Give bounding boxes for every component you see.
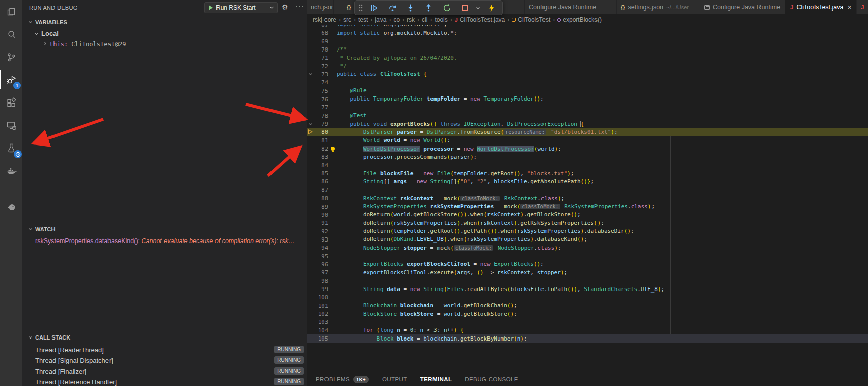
code-line-86[interactable]: 86 String[] args = new String[]{"0", "2"… bbox=[307, 177, 868, 185]
code-text: @Test bbox=[337, 112, 868, 119]
code-line-78[interactable]: 78 @Test bbox=[307, 112, 868, 120]
explorer-icon[interactable] bbox=[0, 0, 22, 23]
code-line-92[interactable]: 92 doReturn(tempFolder.getRoot().getPath… bbox=[307, 227, 868, 235]
code-line-94[interactable]: 94 NodeStopper stopper = mock(classToMoc… bbox=[307, 244, 868, 252]
breadcrumb[interactable]: rskj-core›src›test›java›co›rsk›cli›tools… bbox=[307, 14, 868, 25]
code-line-84[interactable]: 84 bbox=[307, 161, 868, 169]
code-line-105[interactable]: 105 Block block = blockchain.getBlockByN… bbox=[307, 334, 868, 343]
code-line-100[interactable]: 100 bbox=[307, 293, 868, 301]
hot-code-replace-icon[interactable] bbox=[482, 1, 500, 14]
code-line-79[interactable]: 79 public void exportBlocks() throws IOE… bbox=[307, 120, 868, 128]
gutter-margin[interactable] bbox=[307, 129, 314, 134]
gear-icon[interactable]: ⚙ bbox=[282, 3, 288, 11]
tab-configure-java-runtime[interactable]: Configure Java Runtime bbox=[525, 0, 617, 14]
watch-section-header[interactable]: WATCH bbox=[22, 224, 307, 234]
extensions-icon[interactable] bbox=[0, 91, 22, 114]
variables-section-header[interactable]: VARIABLES bbox=[22, 17, 307, 27]
call-stack-section-header[interactable]: CALL STACK bbox=[22, 332, 307, 343]
breadcrumb-item-tools[interactable]: tools bbox=[435, 16, 447, 23]
breadcrumb-item-cli[interactable]: cli bbox=[422, 16, 427, 23]
code-line-96[interactable]: 96 ExportBlocks exportBlocksCliTool = ne… bbox=[307, 260, 868, 268]
tab-nch-json[interactable]: nch.json bbox=[307, 0, 334, 14]
call-stack-thread[interactable]: Thread [Finalizer]RUNNING bbox=[22, 366, 307, 377]
gutter-margin[interactable] bbox=[307, 73, 314, 75]
code-line-72[interactable]: 72 */ bbox=[307, 62, 868, 70]
breadcrumb-item-java[interactable]: java bbox=[375, 16, 386, 23]
tab-partial[interactable]: J bbox=[857, 0, 868, 14]
code-line-70[interactable]: 70/** bbox=[307, 45, 868, 54]
search-icon[interactable] bbox=[0, 23, 22, 45]
stop-icon[interactable] bbox=[456, 1, 474, 14]
close-icon[interactable]: × bbox=[848, 3, 852, 11]
code-line-98[interactable]: 98 bbox=[307, 277, 868, 285]
code-line-99[interactable]: 99 String data = new String(Files.readAl… bbox=[307, 285, 868, 293]
tab-configure-java-runtime[interactable]: Configure Java Runtime bbox=[700, 0, 785, 14]
tab-settings-json[interactable]: {}settings.json~/.../User bbox=[617, 0, 700, 14]
code-line-77[interactable]: 77 bbox=[307, 103, 868, 111]
code-line-82[interactable]: 82 WorldDslProcessor processor = new Wor… bbox=[307, 144, 868, 153]
step-into-icon[interactable] bbox=[401, 1, 419, 14]
code-line-91[interactable]: 91 doReturn(rskSystemProperties).when(rs… bbox=[307, 219, 868, 227]
gutter: 72 bbox=[307, 62, 337, 70]
variables-scope-local[interactable]: Local bbox=[22, 28, 307, 39]
panel-tab-problems[interactable]: PROBLEMS1K+ bbox=[316, 376, 369, 383]
breadcrumb-item-clitoolstest[interactable]: CliToolsTest bbox=[512, 16, 550, 23]
fold-chevron-icon[interactable] bbox=[309, 72, 312, 75]
code-line-95[interactable]: 95 bbox=[307, 252, 868, 260]
docker-icon[interactable] bbox=[0, 159, 22, 182]
panel-tab-output[interactable]: OUTPUT bbox=[382, 376, 407, 382]
chevron-down-icon[interactable] bbox=[474, 1, 482, 14]
breadcrumb-item-exportblocks-[interactable]: exportBlocks() bbox=[557, 16, 602, 23]
panel-tab-debug-console[interactable]: DEBUG CONSOLE bbox=[465, 376, 518, 382]
watch-expression-row[interactable]: rskSystemProperties.databaseKind(): Cann… bbox=[22, 235, 307, 246]
code-line-69[interactable]: 69 bbox=[307, 37, 868, 45]
code-line-74[interactable]: 74 bbox=[307, 78, 868, 86]
code-line-93[interactable]: 93 doReturn(DbKind.LEVEL_DB).when(rskSys… bbox=[307, 235, 868, 244]
code-line-73[interactable]: 73public class CliToolsTest { bbox=[307, 70, 868, 78]
breadcrumb-item-co[interactable]: co bbox=[393, 16, 400, 23]
breadcrumb-item-clitoolstest-java[interactable]: JCliToolsTest.java bbox=[455, 16, 505, 23]
call-stack-thread[interactable]: Thread [ReaderThread]RUNNING bbox=[22, 345, 307, 355]
lightbulb-icon[interactable] bbox=[331, 147, 335, 151]
testing-icon[interactable] bbox=[0, 136, 22, 159]
code-line-101[interactable]: 101 Blockchain blockchain = world.getBlo… bbox=[307, 302, 868, 310]
code-area[interactable]: 67import static org.junit.Assert.*;68imp… bbox=[307, 0, 868, 344]
code-line-104[interactable]: 104 for (long n = 0; n < 3; n++) { bbox=[307, 326, 868, 334]
call-stack-thread[interactable]: Thread [Reference Handler]RUNNING bbox=[22, 377, 307, 386]
code-line-97[interactable]: 97 exportBlocksCliTool.execute(args, () … bbox=[307, 268, 868, 276]
code-line-88[interactable]: 88 RskContext rskContext = mock(classToM… bbox=[307, 194, 868, 202]
code-line-89[interactable]: 89 RskSystemProperties rskSystemProperti… bbox=[307, 202, 868, 210]
code-line-75[interactable]: 75 @Rule bbox=[307, 86, 868, 94]
gradle-icon[interactable] bbox=[0, 195, 22, 218]
step-over-icon[interactable] bbox=[383, 1, 401, 14]
more-actions-icon[interactable]: ··· bbox=[295, 2, 304, 10]
breadcrumb-item-rsk[interactable]: rsk bbox=[407, 16, 415, 23]
code-line-80[interactable]: 80 DslParser parser = DslParser.fromReso… bbox=[307, 128, 868, 136]
continue-icon[interactable] bbox=[365, 1, 383, 14]
code-line-81[interactable]: 81 World world = new World(); bbox=[307, 136, 868, 144]
remote-explorer-icon[interactable] bbox=[0, 114, 22, 136]
code-line-76[interactable]: 76 public TemporaryFolder tempFolder = n… bbox=[307, 95, 868, 103]
fold-chevron-icon[interactable] bbox=[309, 121, 312, 125]
breadcrumb-item-rskj-core[interactable]: rskj-core bbox=[313, 16, 336, 23]
code-line-87[interactable]: 87 bbox=[307, 186, 868, 194]
call-stack-thread[interactable]: Thread [Signal Dispatcher]RUNNING bbox=[22, 355, 307, 366]
restart-icon[interactable] bbox=[438, 1, 456, 14]
code-line-68[interactable]: 68import static org.mockito.Mockito.*; bbox=[307, 29, 868, 37]
gutter-margin[interactable] bbox=[307, 123, 314, 125]
code-line-85[interactable]: 85 File blocksFile = new File(tempFolder… bbox=[307, 169, 868, 177]
variable-this-row[interactable]: this: CliToolsTest@29 bbox=[22, 39, 307, 50]
code-line-103[interactable]: 103 bbox=[307, 318, 868, 326]
code-line-71[interactable]: 71 * Created by ajlopez on 26/04/2020. bbox=[307, 54, 868, 62]
breadcrumb-item-src[interactable]: src bbox=[343, 16, 351, 23]
source-control-icon[interactable] bbox=[0, 45, 22, 68]
panel-tab-terminal[interactable]: TERMINAL bbox=[420, 376, 452, 382]
breadcrumb-item-test[interactable]: test bbox=[358, 16, 368, 23]
run-and-debug-icon[interactable]: 1 bbox=[0, 68, 22, 91]
step-out-icon[interactable] bbox=[419, 1, 438, 14]
code-line-90[interactable]: 90 doReturn(world.getBlockStore()).when(… bbox=[307, 211, 868, 219]
run-config-button[interactable]: Run RSK Start bbox=[204, 2, 278, 13]
code-line-83[interactable]: 83 processor.processCommands(parser); bbox=[307, 153, 868, 161]
code-line-102[interactable]: 102 BlockStore blockStore = world.getBlo… bbox=[307, 310, 868, 318]
tab-clitoolstest-java[interactable]: JCliToolsTest.java× bbox=[785, 0, 857, 14]
